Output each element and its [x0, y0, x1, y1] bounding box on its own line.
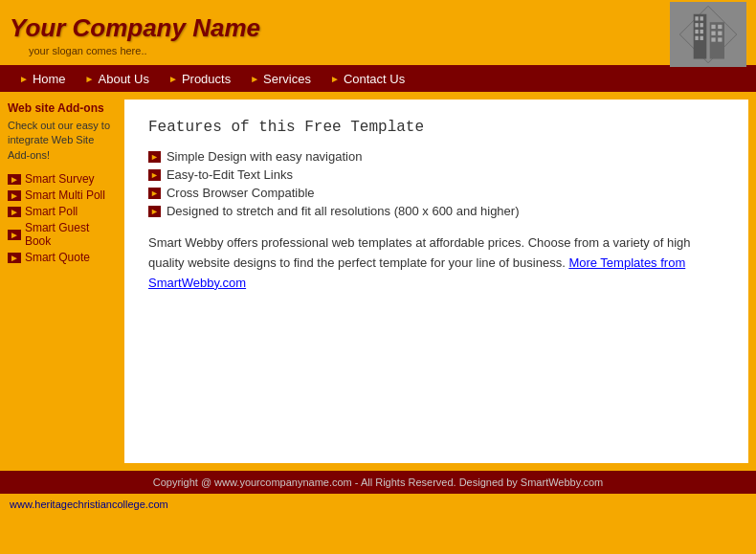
feature-text: Easy-to-Edit Text Links: [167, 167, 293, 182]
header: Your Company Name your slogan comes here…: [0, 0, 756, 65]
feature-text: Designed to stretch and fit all resoluti…: [167, 204, 520, 218]
main-content: Features of this Free Template ►Simple D…: [124, 100, 748, 463]
logo-image: [670, 2, 746, 67]
feature-item: ►Easy-to-Edit Text Links: [148, 167, 724, 182]
feature-bullet-icon: ►: [148, 188, 161, 199]
svg-rect-8: [700, 30, 703, 33]
feature-item: ►Designed to stretch and fit all resolut…: [148, 204, 724, 218]
copyright-text: Copyright @ www.yourcompanyname.com - Al…: [153, 476, 604, 488]
nav-arrow-icon: ►: [19, 74, 29, 84]
nav-item-home[interactable]: ►Home: [10, 65, 76, 92]
content-body: Smart Webby offers professional web temp…: [148, 233, 724, 293]
feature-text: Cross Browser Compatible: [167, 186, 315, 200]
nav-arrow-icon: ►: [250, 74, 259, 84]
svg-rect-9: [695, 36, 698, 40]
nav-item-services[interactable]: ►Services: [240, 65, 321, 92]
sidebar-arrow-icon: ►: [8, 190, 21, 201]
bottom-url-link[interactable]: www.heritagechristiancollege.com: [10, 499, 168, 510]
slogan: your slogan comes here..: [29, 45, 260, 56]
body-wrapper: Web site Add-ons Check out our easy to i…: [0, 92, 756, 471]
svg-rect-7: [695, 30, 698, 33]
nav-item-contact[interactable]: ►Contact Us: [321, 65, 414, 92]
svg-rect-4: [700, 16, 703, 20]
sidebar-arrow-icon: ►: [8, 174, 21, 185]
svg-rect-10: [700, 36, 703, 40]
sidebar-link[interactable]: ►Smart Multi Poll: [8, 188, 117, 202]
svg-rect-3: [695, 16, 698, 20]
company-name: Your Company Name: [10, 13, 260, 43]
feature-text: Simple Design with easy navigation: [167, 149, 363, 164]
sidebar-description: Check out our easy to integrate Web Site…: [8, 119, 117, 163]
sidebar-title: Web site Add-ons: [8, 101, 117, 115]
svg-rect-11: [711, 25, 715, 29]
navbar: ►Home►About Us►Products►Services►Contact…: [0, 65, 756, 92]
sidebar-links: ►Smart Survey►Smart Multi Poll►Smart Pol…: [8, 172, 117, 264]
footer: Copyright @ www.yourcompanyname.com - Al…: [0, 471, 756, 494]
svg-marker-0: [679, 6, 737, 63]
sidebar-arrow-icon: ►: [8, 230, 21, 240]
feature-list: ►Simple Design with easy navigation►Easy…: [148, 149, 724, 218]
sidebar-link[interactable]: ►Smart Survey: [8, 172, 117, 186]
content-title: Features of this Free Template: [148, 119, 724, 136]
nav-item-products[interactable]: ►Products: [159, 65, 240, 92]
sidebar-link[interactable]: ►Smart Guest Book: [8, 221, 117, 248]
nav-item-about[interactable]: ►About Us: [76, 65, 159, 92]
svg-rect-16: [718, 37, 722, 41]
feature-bullet-icon: ►: [148, 206, 161, 217]
sidebar-arrow-icon: ►: [8, 253, 21, 263]
svg-rect-12: [718, 25, 722, 29]
nav-arrow-icon: ►: [85, 74, 95, 84]
sidebar-link[interactable]: ►Smart Quote: [8, 251, 117, 264]
nav-arrow-icon: ►: [168, 74, 178, 84]
svg-rect-5: [695, 23, 698, 27]
svg-rect-13: [711, 32, 715, 35]
svg-rect-14: [718, 32, 722, 35]
svg-rect-15: [711, 37, 715, 41]
feature-bullet-icon: ►: [148, 169, 161, 181]
sidebar: Web site Add-ons Check out our easy to i…: [0, 92, 124, 471]
bottom-bar: www.heritagechristiancollege.com: [0, 494, 756, 515]
building-icon: [670, 2, 746, 67]
svg-rect-6: [700, 23, 703, 27]
feature-item: ►Simple Design with easy navigation: [148, 149, 724, 164]
sidebar-link[interactable]: ►Smart Poll: [8, 205, 117, 218]
feature-bullet-icon: ►: [148, 151, 161, 163]
header-left: Your Company Name your slogan comes here…: [10, 13, 260, 56]
sidebar-arrow-icon: ►: [8, 207, 21, 217]
feature-item: ►Cross Browser Compatible: [148, 186, 724, 200]
nav-arrow-icon: ►: [330, 74, 340, 84]
